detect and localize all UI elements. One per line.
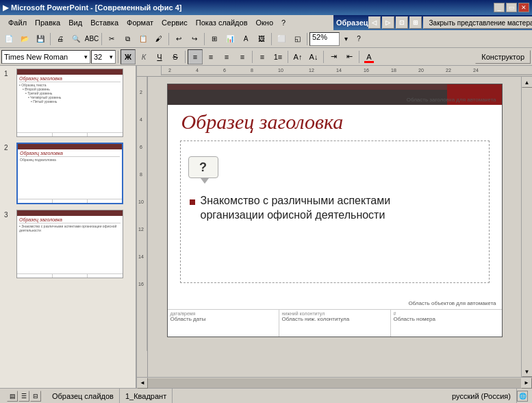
menu-insert[interactable]: Вставка: [86, 17, 123, 28]
view-buttons: ▤ ☰ ⊟: [7, 391, 41, 402]
zoom-dropdown[interactable]: ▾: [341, 32, 351, 47]
scroll-up-btn[interactable]: ▲: [522, 77, 533, 88]
footer-num-col: # Область номера: [391, 310, 502, 337]
close-master-button[interactable]: Закрыть представление мастера: [423, 16, 532, 29]
font-name-box[interactable]: Times New Roman ▾: [1, 50, 90, 64]
ruler-vertical: 2 4 6 8 10 12 14 16: [137, 77, 148, 377]
help-btn[interactable]: ?: [351, 32, 366, 47]
redo-btn[interactable]: ↪: [187, 32, 202, 47]
font-name-arrow[interactable]: ▾: [84, 53, 88, 60]
scroll-right-btn[interactable]: ►: [521, 378, 532, 389]
scrollbar-horizontal: ◄ ►: [137, 377, 532, 388]
svg-text:18: 18: [391, 68, 396, 73]
insert-wordart-btn[interactable]: A: [238, 32, 253, 47]
align-left-btn[interactable]: ≡: [188, 49, 203, 64]
print-btn[interactable]: 🖨: [53, 32, 68, 47]
slide-view-btn[interactable]: ⊟: [30, 391, 41, 402]
menu-edit[interactable]: Правка: [31, 17, 64, 28]
font-size-box[interactable]: 32 ▾: [91, 50, 116, 64]
spell-btn[interactable]: ABC: [84, 32, 99, 47]
master-tb-btn4[interactable]: ⊞: [409, 16, 422, 29]
status-position: 1_Квадрант: [120, 389, 173, 403]
slide-panel: 1 Образец заголовка • Образец текста • В…: [0, 66, 137, 388]
obrazec-toolbar: Образец ◁ ▷ ⊡ ⊞ Закрыть представление ма…: [333, 15, 532, 30]
menu-bar: Файл Правка Вид Вставка Формат Сервис По…: [3, 15, 331, 30]
close-btn[interactable]: ✕: [518, 3, 529, 12]
sep6: [307, 33, 307, 45]
font-size-arrow[interactable]: ▾: [110, 53, 113, 60]
justify-btn[interactable]: ≡: [235, 49, 250, 64]
insert-clipart-btn[interactable]: 🖼: [254, 32, 269, 47]
question-mark: ?: [199, 160, 207, 175]
ruler-h-track: 2 4 6 8 10 12 14 16 18 20 22 24: [162, 66, 532, 75]
zoom-control[interactable]: 52% ▾: [309, 32, 351, 47]
master-tb-btn1[interactable]: ◁: [368, 16, 381, 29]
master-tb-btn2[interactable]: ▷: [382, 16, 394, 29]
decrease-font-btn[interactable]: A↓: [306, 49, 321, 64]
scroll-left-btn[interactable]: ◄: [137, 378, 148, 389]
restore-btn[interactable]: ▭: [506, 3, 517, 12]
bold-btn[interactable]: Ж: [121, 49, 136, 64]
underline-btn[interactable]: Ч: [152, 49, 167, 64]
scroll-down-btn[interactable]: ▼: [522, 366, 533, 377]
new-btn[interactable]: 📄: [1, 32, 16, 47]
preview-btn[interactable]: 🔍: [68, 32, 84, 47]
slide-item-1[interactable]: 1 Образец заголовка • Образец текста • В…: [0, 66, 136, 140]
indent-increase-btn[interactable]: ⇥: [326, 49, 341, 64]
undo-btn[interactable]: ↩: [171, 32, 186, 47]
sep1: [50, 33, 51, 45]
svg-text:6: 6: [140, 145, 142, 149]
bullets-btn[interactable]: ≡: [255, 49, 270, 64]
numbering-btn[interactable]: 1≡: [270, 49, 286, 64]
svg-text:14: 14: [336, 68, 342, 73]
normal-view-btn[interactable]: ▤: [7, 391, 18, 402]
indent-decrease-btn[interactable]: ⇤: [342, 49, 357, 64]
svg-text:14: 14: [138, 254, 144, 259]
footer-footer-top: нижний колонтитул: [282, 311, 388, 316]
app-icon: ▶: [3, 3, 8, 12]
menu-view[interactable]: Вид: [64, 17, 86, 28]
align-center-btn[interactable]: ≡: [203, 49, 218, 64]
editor-scroll[interactable]: Область заголовка для автомакета Образец…: [148, 77, 521, 377]
fmt-sep2: [185, 51, 186, 63]
increase-font-btn[interactable]: A↑: [290, 49, 305, 64]
bubble-tail: [201, 178, 209, 184]
font-color-btn[interactable]: A: [362, 49, 377, 64]
strikethrough-btn[interactable]: S: [168, 49, 183, 64]
cut-btn[interactable]: ✂: [104, 32, 119, 47]
menu-slideshow[interactable]: Показ слайдов: [192, 17, 252, 28]
svg-text:16: 16: [364, 68, 369, 73]
fmt-sep6: [359, 51, 359, 63]
open-btn[interactable]: 📂: [17, 32, 32, 47]
menu-help[interactable]: ?: [277, 17, 290, 28]
slide-item-3[interactable]: 3 Образец заголовка • Знакомство с разли…: [0, 207, 136, 281]
footer-date-label: Область даты: [170, 316, 276, 322]
zoom-input[interactable]: 52%: [309, 32, 340, 46]
menu-service[interactable]: Сервис: [157, 17, 192, 28]
format-painter-btn[interactable]: 🖌: [151, 32, 166, 47]
minimize-btn[interactable]: _: [494, 3, 505, 12]
menu-window[interactable]: Окно: [252, 17, 278, 28]
menu-format[interactable]: Формат: [123, 17, 157, 28]
save-btn[interactable]: 💾: [33, 32, 48, 47]
expand-btn[interactable]: ⬜: [274, 32, 289, 47]
insert-table-btn[interactable]: ⊞: [207, 32, 222, 47]
title-bar: ▶ Microsoft PowerPoint - [Современный оф…: [0, 0, 532, 15]
copy-btn[interactable]: ⧉: [120, 32, 135, 47]
footer-footer-col: нижний колонтитул Область ниж. колонтиту…: [279, 310, 391, 337]
obrazec-title: Образец: [336, 19, 368, 27]
align-right-btn[interactable]: ≡: [219, 49, 234, 64]
outline-view-btn[interactable]: ☰: [18, 391, 29, 402]
italic-btn[interactable]: К: [136, 49, 151, 64]
konstruktor-button[interactable]: Конструктор: [475, 50, 531, 64]
menu-file[interactable]: Файл: [4, 17, 31, 28]
editor-with-ruler: 2 4 6 8 10 12 14 16 18 20 22 24: [137, 66, 532, 388]
scroll-h-track[interactable]: [148, 378, 521, 388]
fit-btn[interactable]: ◱: [290, 32, 305, 47]
master-tb-btn3[interactable]: ⊡: [396, 16, 408, 29]
footer-date-top: дата/время: [170, 311, 276, 316]
slide-body-text: Знакомство с различными аспектамиорганиз…: [201, 194, 488, 223]
insert-chart-btn[interactable]: 📊: [223, 32, 238, 47]
paste-btn[interactable]: 📋: [136, 32, 151, 47]
slide-item-2[interactable]: 2 Образец заголовка Образец подзаголовка: [0, 140, 136, 207]
